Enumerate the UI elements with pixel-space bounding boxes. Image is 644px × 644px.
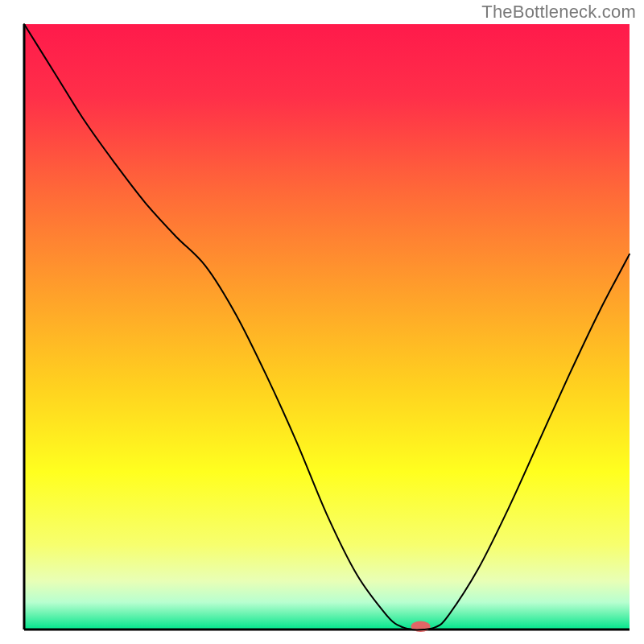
watermark-text: TheBottleneck.com [481, 2, 636, 23]
bottleneck-chart [0, 0, 644, 644]
gradient-background [24, 24, 630, 630]
chart-container: TheBottleneck.com [0, 0, 644, 644]
